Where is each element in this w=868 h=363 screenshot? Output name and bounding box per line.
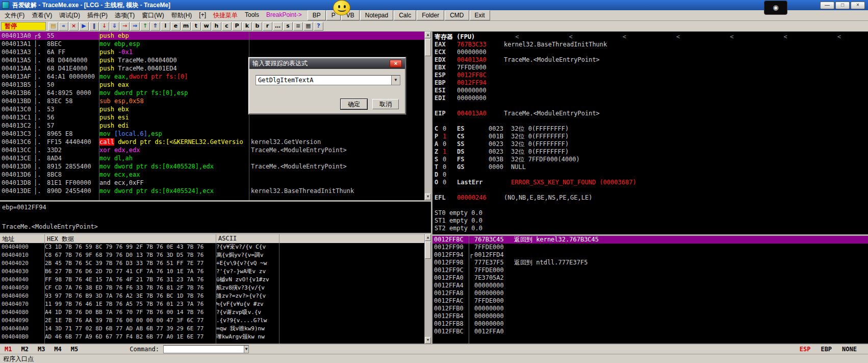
cancel-button[interactable]: 取消 [372,99,399,109]
view-toggle-ebp[interactable]: EBP [821,346,832,353]
stack-row[interactable]: 0012FFA800000000 [432,289,868,297]
view-toggle-esp[interactable]: ESP [800,346,811,353]
menu-file[interactable]: 文件(F) [1,10,28,21]
plugin-button-notepad[interactable]: Notepad [360,10,393,20]
menu-debug[interactable]: 调试(D) [56,10,84,21]
menu-plus[interactable]: [+] [195,10,210,21]
menu-breakpoint[interactable]: BreakPoint-> [263,10,305,21]
chevron-left-icon[interactable]: < [569,33,573,41]
dump-row[interactable]: 004040B0AD 46 6B 77 A9 6D 67 77 F4 B2 6B… [0,333,424,341]
memory-button[interactable]: m [181,22,191,31]
until-return-button[interactable]: ↑ [140,22,150,31]
dump-row[interactable]: 00404010C8 67 7B 76 9F 68 79 76 D0 13 7B… [0,251,424,259]
menu-tools[interactable]: Tools [241,10,263,21]
dump-header-hex[interactable]: HEX 数据 [45,234,216,243]
plugin-button-exit[interactable]: Exit [470,10,490,20]
menu-view[interactable]: 查看(V) [28,10,56,21]
memory-tab-m2[interactable]: M2 [16,346,33,353]
dump-row[interactable]: 0040406093 97 7B 76 B9 3D 7A 76 A2 3E 7B… [0,292,424,300]
chevron-left-icon[interactable]: < [676,33,680,41]
plugin-button-calc[interactable]: Calc [394,10,416,20]
windows-list-button[interactable]: ≡ [293,22,303,31]
plugin-button-cmd[interactable]: CMD [445,10,469,20]
scroll-track[interactable] [425,241,431,337]
dump-row[interactable]: 00404050CF CD 7A 76 38 ED 7B 76 F6 33 7B… [0,284,424,292]
animate-into-button[interactable]: → [120,22,130,31]
close-button[interactable]: × [851,2,865,9]
scroll-up-icon[interactable]: ▲ [425,32,431,38]
register-row[interactable]: EDX004013A0TraceMe.<ModuleEntryPoint> [435,56,866,64]
chevron-left-icon[interactable]: < [837,33,841,41]
expression-dropdown-icon[interactable]: ▼ [391,76,400,85]
dump-scrollbar[interactable]: ▲ ▼ [424,234,431,344]
disasm-row[interactable]: 004013CE│.8AD4mov dl,ah [0,154,424,162]
executables-button[interactable]: e [171,22,181,31]
stack-row[interactable]: 0012FF8C767B3C45返回到 kernel32.767B3C45 [432,236,868,244]
disasm-row[interactable]: 004013C2│.57push edi [0,122,424,130]
register-row[interactable]: EDI00000000 [435,94,866,102]
run-trace-button[interactable]: … [273,22,283,31]
chevron-left-icon[interactable]: < [730,33,733,41]
registers-title[interactable]: 寄存器 (FPU) [435,33,475,41]
dump-row[interactable]: 004040A014 3D 71 77 02 8D 6B 77 AD AB 6B… [0,325,424,333]
stack-row[interactable]: 0012FF907FFDE000 [432,244,868,251]
disasm-row[interactable]: 004013D0│.8915 2855400mov dword ptr ds:[… [0,162,424,171]
open-file-button[interactable]: ▤ [48,22,58,31]
scroll-up-icon[interactable]: ▲ [425,234,431,241]
view-toggle-none[interactable]: NONE [842,346,857,353]
menu-help[interactable]: 帮助(H) [168,10,196,21]
register-row[interactable]: ESP0012FF8C [435,71,866,79]
memory-tab-m1[interactable]: M1 [0,346,16,353]
breakpoints-button[interactable]: b [252,22,262,31]
dialog-titlebar[interactable]: 输入要跟踪的表达式 × [249,58,405,69]
register-row[interactable]: ST2 empty 0.0 [435,225,866,232]
memory-tab-m5[interactable]: M5 [66,346,83,353]
maximize-button[interactable]: □ [835,2,850,9]
scroll-track[interactable] [425,38,431,193]
patches-button[interactable]: P [232,22,242,31]
register-row[interactable]: EAX767B3C33kernel32.BaseThreadInitThunk [435,41,866,49]
cpu-button[interactable]: c [222,22,232,31]
column-divider[interactable] [99,32,99,200]
plugin-button-folder[interactable]: Folder [417,10,444,20]
command-input[interactable] [164,346,244,353]
dump-row[interactable]: 00404040FF 98 7B 76 4E 15 7A 76 4F 21 7B… [0,276,424,284]
expression-input[interactable] [256,76,391,85]
register-row[interactable]: Z1DS002332位 0(FFFFFFFF) [435,148,866,156]
disasm-row[interactable]: 004013A1│.8BECmov ebp,esp [0,40,424,48]
scroll-thumb[interactable] [425,241,431,259]
register-row[interactable]: O0LastErrERROR_SXS_KEY_NOT_FOUND (000036… [435,179,866,186]
chevron-left-icon[interactable]: < [784,33,787,41]
ok-button[interactable]: 确定 [341,99,367,109]
register-row[interactable]: T0GS0000NULL [435,163,866,171]
stack-row[interactable]: 0012FFA400000000 [432,282,868,289]
register-row[interactable]: EBP0012FF94 [435,79,866,87]
dialog-close-icon[interactable]: × [390,60,402,67]
goto-eip-button[interactable]: ⇑ [150,22,160,31]
restart-button[interactable]: « [59,22,68,31]
register-row[interactable]: A0SS002332位 0(FFFFFFFF) [435,140,866,148]
chevron-left-icon[interactable]: < [515,33,519,41]
disasm-row[interactable]: 004013A0┌$55push ebp [0,32,424,40]
minimize-button[interactable]: — [820,2,834,9]
step-into-button[interactable]: ↓ [99,22,109,31]
disasm-row[interactable]: 004013A3│.6A FFpush -0x1 [0,48,424,56]
disasm-row[interactable]: 004013C1│.56push esi [0,113,424,122]
register-row[interactable]: P1CS001B32位 0(FFFFFFFF) [435,133,866,140]
menu-window[interactable]: 窗口(W) [138,10,167,21]
disasm-row[interactable]: 004013D6│.8BC8mov ecx,eax [0,171,424,179]
plugin-button-bp[interactable]: BP [308,10,326,20]
dump-header-ascii[interactable]: ASCII [216,234,279,243]
dump-row[interactable]: 004040202B 45 7B 76 5C 39 7B 76 D3 33 7B… [0,259,424,268]
menu-shortcut[interactable]: 快捷菜单 [210,10,241,21]
command-dropdown-icon[interactable]: ▼ [244,346,248,353]
stack-row[interactable]: 0012FFB000000000 [432,305,868,312]
register-row[interactable]: EIP004013A0TraceMe.<ModuleEntryPoint> [435,110,866,117]
memory-tab-m3[interactable]: M3 [33,346,49,353]
disasm-row[interactable]: 004013C3│.8965 E8mov [local.6],esp [0,130,424,138]
disasm-row[interactable]: 004013D8│.81E1 FF00000and ecx,0xFF [0,179,424,187]
close-program-button[interactable]: × [69,22,79,31]
disasm-row[interactable]: 004013CC│.33D2xor edx,edxTraceMe.<Module… [0,146,424,154]
scroll-down-icon[interactable]: ▼ [425,193,431,200]
register-row[interactable]: ESI00000000 [435,87,866,94]
